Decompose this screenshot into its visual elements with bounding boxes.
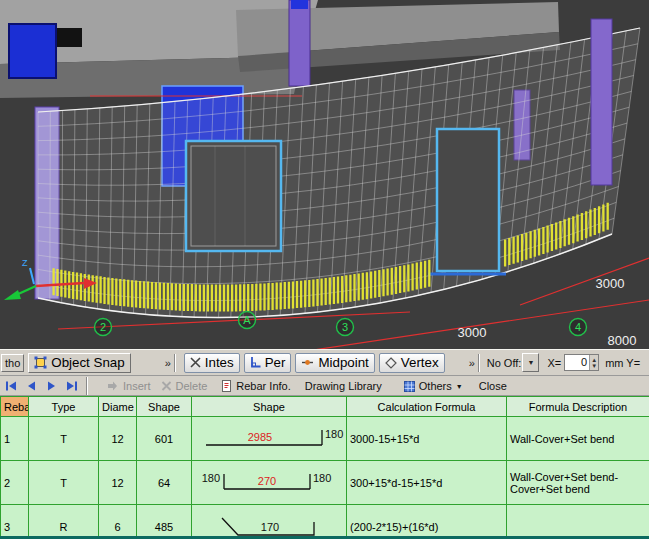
rebar-info-label: Rebar Info.	[236, 380, 290, 392]
table-row[interactable]: 1 T 12 601 2985 180 3000-15+15*d Wall-Co…	[1, 417, 649, 461]
nav-previous-icon	[26, 381, 37, 391]
drawing-library-button[interactable]: Drawing Library	[302, 379, 385, 393]
table-header-row: Reba Type Diame Shape Shape Calculation …	[1, 397, 649, 417]
shape-dimension-left: 180	[202, 472, 220, 484]
rebar-shape-diagram: 180 270 180	[192, 461, 345, 502]
toolbar-separator	[86, 377, 88, 395]
nav-last-icon	[65, 381, 78, 391]
blue-window-top-left	[9, 24, 56, 78]
grid-bubble-label: 4	[575, 321, 581, 333]
column-header-shape-code[interactable]: Shape	[137, 397, 192, 417]
insert-icon	[107, 381, 119, 391]
perpendicular-snap-icon	[250, 357, 261, 368]
column-header-calculation-formula[interactable]: Calculation Formula	[347, 397, 507, 417]
3d-viewport[interactable]: 2 A 3 4 3000 3000 8000 Z	[0, 0, 649, 349]
nav-last-button[interactable]	[62, 378, 81, 394]
close-button[interactable]: Close	[476, 379, 510, 393]
no-offset-dropdown[interactable]: ▼	[522, 353, 539, 372]
row-number-cell: 1	[1, 417, 29, 461]
formula-cell[interactable]: 300+15*d-15+15*d	[347, 461, 507, 505]
snap-vertex-button[interactable]: Vertex	[379, 353, 445, 373]
rebar-info-icon	[221, 380, 232, 392]
shape-code-cell[interactable]: 601	[137, 417, 192, 461]
close-label: Close	[479, 380, 507, 392]
snap-button-label: Vertex	[401, 355, 439, 370]
nav-first-button[interactable]	[2, 378, 21, 394]
column-header-rebar[interactable]: Reba	[1, 397, 29, 417]
description-cell[interactable]: Wall-Cover+Set bend	[507, 417, 649, 461]
column-header-type[interactable]: Type	[29, 397, 99, 417]
stepper-arrows[interactable]: ▲ ▼	[589, 355, 598, 370]
nav-next-button[interactable]	[42, 378, 61, 394]
toolbar-separator	[174, 354, 176, 372]
table-row[interactable]: 3 R 6 485 170 (200-2*15)+(16*d)	[1, 505, 649, 539]
x-coordinate-label: X=	[547, 357, 561, 369]
diameter-cell[interactable]: 6	[99, 505, 137, 539]
row-number-cell: 3	[1, 505, 29, 539]
drawing-library-label: Drawing Library	[305, 380, 382, 392]
shape-dimension-main: 170	[261, 521, 279, 533]
nav-first-icon	[5, 381, 18, 391]
intersection-snap-icon	[190, 357, 201, 368]
description-cell[interactable]: Wall-Cover+Set bend-Cover+Set bend	[507, 461, 649, 505]
snap-button-label: Intes	[205, 355, 234, 370]
insert-label: Insert	[123, 380, 151, 392]
dimension-label: 8000	[608, 333, 637, 348]
toolbar-overflow-chevron[interactable]: »	[165, 357, 170, 369]
diameter-cell[interactable]: 12	[99, 461, 137, 505]
others-dropdown-icon: ▼	[456, 383, 463, 390]
snap-midpoint-button[interactable]: Midpoint	[295, 353, 374, 373]
ortho-button-partial[interactable]: tho	[1, 354, 24, 372]
type-cell[interactable]: T	[29, 417, 99, 461]
shape-dimension-right: 180	[325, 428, 343, 440]
object-snap-label: Object Snap	[51, 355, 124, 370]
unit-and-y-label: mm Y=	[605, 357, 640, 369]
column-header-diameter[interactable]: Diame	[99, 397, 137, 417]
row-number-cell: 2	[1, 461, 29, 505]
toolbar-overflow-chevron[interactable]: »	[469, 357, 474, 369]
insert-button[interactable]: Insert	[104, 379, 154, 393]
shape-dimension-main: 270	[258, 475, 276, 487]
snap-perpendicular-button[interactable]: Per	[244, 353, 292, 373]
x-coordinate-value[interactable]: 0	[565, 355, 589, 370]
rebar-shape-diagram: 170	[192, 505, 345, 539]
midpoint-snap-icon	[301, 357, 314, 368]
diameter-cell[interactable]: 12	[99, 417, 137, 461]
dimension-label: 3000	[596, 276, 625, 291]
shape-diagram-cell: 170	[192, 505, 347, 539]
column-header-formula-description[interactable]: Formula Description	[507, 397, 649, 417]
object-snap-button[interactable]: Object Snap	[28, 353, 130, 373]
rebar-table: Reba Type Diame Shape Shape Calculation …	[0, 396, 649, 539]
shape-diagram-cell: 180 270 180	[192, 461, 347, 505]
rebar-info-button[interactable]: Rebar Info.	[218, 379, 293, 393]
description-cell[interactable]	[507, 505, 649, 539]
nav-previous-button[interactable]	[22, 378, 41, 394]
type-cell[interactable]: T	[29, 461, 99, 505]
toolbar-separator	[478, 354, 480, 372]
delete-button[interactable]: Delete	[158, 379, 211, 393]
grid-bubble-label: 2	[100, 321, 106, 333]
shape-code-cell[interactable]: 64	[137, 461, 192, 505]
delete-icon	[161, 381, 172, 391]
purple-column-right	[591, 19, 612, 185]
column-header-shape-diagram[interactable]: Shape	[192, 397, 347, 417]
wall-window-opening	[186, 141, 281, 251]
object-snap-icon	[34, 356, 47, 369]
shape-diagram-cell: 2985 180	[192, 417, 347, 461]
others-button[interactable]: Others ▼	[401, 379, 466, 393]
snap-button-label: Midpoint	[318, 355, 368, 370]
x-coordinate-stepper[interactable]: 0 ▲ ▼	[564, 354, 599, 371]
stepper-down-icon[interactable]: ▼	[591, 363, 597, 369]
shape-dimension-main: 2985	[248, 431, 272, 443]
vertex-snap-icon	[385, 357, 397, 369]
snap-intersection-button[interactable]: Intes	[184, 353, 240, 373]
ucs-z-label: Z	[22, 258, 28, 268]
no-offset-label: No Off:	[487, 357, 522, 369]
snap-toolbar: tho Object Snap » Intes Per Midpoint	[0, 349, 649, 376]
rebar-edit-toolbar: Insert Delete Rebar Info. Drawing Librar…	[0, 377, 649, 396]
formula-cell[interactable]: 3000-15+15*d	[347, 417, 507, 461]
formula-cell[interactable]: (200-2*15)+(16*d)	[347, 505, 507, 539]
shape-code-cell[interactable]: 485	[137, 505, 192, 539]
type-cell[interactable]: R	[29, 505, 99, 539]
table-row[interactable]: 2 T 12 64 180 270 180 300+15*d-15+15*d W…	[1, 461, 649, 505]
